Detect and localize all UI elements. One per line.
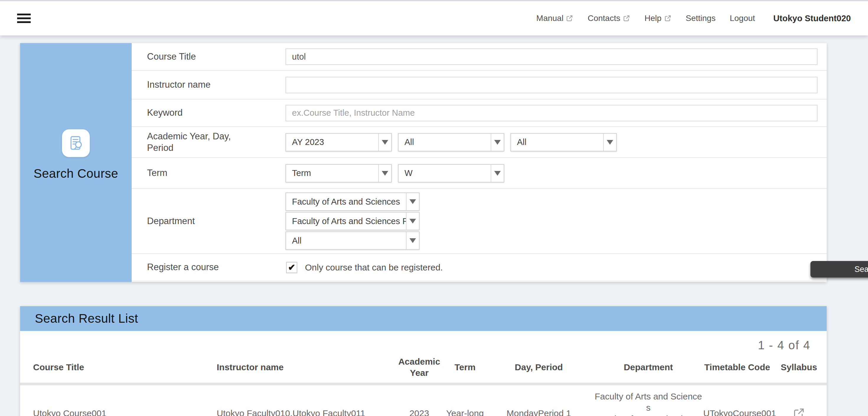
- search-form: Course Title Instructor name Keyword Aca…: [132, 43, 827, 282]
- instructor-name-label: Instructor name: [147, 79, 211, 91]
- department-level2-select[interactable]: Faculty of Arts and Sciences F...: [285, 212, 420, 230]
- search-button[interactable]: Search: [810, 261, 868, 278]
- row-academic-year: 2023: [393, 408, 446, 416]
- panel-title: Search Course: [34, 166, 118, 181]
- form-row-year-day-period: Academic Year, Day, Period AY 2023 All A…: [132, 127, 827, 158]
- chevron-down-icon[interactable]: [406, 232, 419, 249]
- instructor-name-input[interactable]: [285, 77, 817, 93]
- row-day-period: MondayPeriod 1: [484, 408, 593, 416]
- form-row-course-title: Course Title: [132, 43, 827, 71]
- table-header-divider: [20, 383, 827, 385]
- nav-help[interactable]: Help: [645, 13, 672, 23]
- hamburger-menu-icon[interactable]: [17, 13, 31, 23]
- row-instructor-name: Utokyo Faculty010,Utokyo Faculty011: [217, 408, 393, 416]
- chevron-down-icon[interactable]: [603, 134, 616, 151]
- search-course-panel: Search Course Course Title Instructor na…: [20, 43, 827, 282]
- column-department: Department: [593, 362, 703, 373]
- period-select[interactable]: All: [510, 133, 617, 152]
- column-course-title: Course Title: [20, 362, 217, 373]
- nav-settings-label: Settings: [686, 13, 716, 23]
- department-level3-select[interactable]: All: [285, 231, 420, 250]
- external-link-icon: [664, 14, 672, 22]
- term-label: Term: [147, 167, 167, 179]
- nav-contacts-label: Contacts: [588, 13, 620, 23]
- row-term: Year-long: [446, 408, 484, 416]
- syllabus-external-link-icon[interactable]: [793, 407, 805, 416]
- table-row: Utokyo Course001 Utokyo Faculty010,Utoky…: [20, 385, 827, 416]
- course-title-label: Course Title: [147, 51, 196, 63]
- registerable-only-label: Only course that can be registered.: [305, 262, 443, 273]
- column-timetable-code: Timetable Code: [703, 362, 771, 373]
- form-row-instructor: Instructor name: [132, 71, 827, 99]
- column-day-period: Day, Period: [484, 362, 593, 373]
- nav-logout[interactable]: Logout: [730, 13, 755, 23]
- search-result-panel: Search Result List 1 - 4 of 4 Course Tit…: [20, 306, 827, 416]
- chevron-down-icon[interactable]: [406, 213, 419, 230]
- nav-contacts[interactable]: Contacts: [588, 13, 630, 23]
- logged-in-username: Utokyo Student020: [773, 13, 851, 23]
- search-result-header: Search Result List: [20, 306, 827, 331]
- nav-manual[interactable]: Manual: [536, 13, 574, 23]
- row-department: Faculty of Arts and Sciences Faculty of …: [593, 391, 703, 416]
- top-header: Manual Contacts Help Settings Logout Uto…: [0, 0, 868, 35]
- top-navigation: Manual Contacts Help Settings Logout Uto…: [536, 13, 851, 23]
- row-department-line1: Faculty of Arts and Sciences: [593, 391, 703, 413]
- column-instructor: Instructor name: [217, 362, 393, 373]
- chevron-down-icon[interactable]: [378, 165, 391, 182]
- result-count: 1 - 4 of 4: [20, 339, 827, 352]
- search-course-sidebar: Search Course: [20, 43, 132, 282]
- nav-settings[interactable]: Settings: [686, 13, 716, 23]
- course-title-input[interactable]: [285, 49, 817, 65]
- row-timetable-code: UTokyoCourse001: [703, 408, 771, 416]
- external-link-icon: [566, 14, 574, 22]
- nav-help-label: Help: [645, 13, 662, 23]
- external-link-icon: [623, 14, 630, 22]
- keyword-label: Keyword: [147, 107, 183, 119]
- chevron-down-icon[interactable]: [378, 134, 391, 151]
- form-row-department: Department Faculty of Arts and Sciences …: [132, 189, 827, 254]
- term-value-select[interactable]: W: [398, 164, 504, 183]
- row-course-title[interactable]: Utokyo Course001: [20, 408, 217, 416]
- column-term: Term: [446, 362, 484, 373]
- course-search-icon: [62, 129, 90, 157]
- form-row-term: Term Term W: [132, 158, 827, 189]
- nav-logout-label: Logout: [730, 13, 755, 23]
- search-result-title: Search Result List: [35, 312, 138, 326]
- form-row-register: Register a course Only course that can b…: [132, 254, 827, 281]
- chevron-down-icon[interactable]: [491, 165, 504, 182]
- result-table-header: Course Title Instructor name Academic Ye…: [20, 352, 827, 383]
- term-type-select[interactable]: Term: [285, 164, 392, 183]
- academic-year-day-period-label: Academic Year, Day, Period: [147, 131, 256, 154]
- academic-year-select[interactable]: AY 2023: [285, 133, 392, 152]
- register-course-label: Register a course: [147, 262, 219, 273]
- keyword-input[interactable]: [285, 105, 817, 121]
- form-row-keyword: Keyword: [132, 99, 827, 127]
- department-label: Department: [147, 216, 195, 227]
- row-department-line2: Faculty of Arts and Sciences: [593, 413, 703, 416]
- registerable-only-checkbox[interactable]: [286, 262, 297, 273]
- department-level1-select[interactable]: Faculty of Arts and Sciences: [285, 192, 420, 211]
- column-academic-year: Academic Year: [393, 356, 446, 379]
- chevron-down-icon[interactable]: [491, 134, 504, 151]
- column-syllabus: Syllabus: [771, 362, 827, 373]
- day-select[interactable]: All: [398, 133, 504, 152]
- course-search-page: Manual Contacts Help Settings Logout Uto…: [0, 0, 868, 416]
- nav-manual-label: Manual: [536, 13, 564, 23]
- chevron-down-icon[interactable]: [406, 193, 419, 210]
